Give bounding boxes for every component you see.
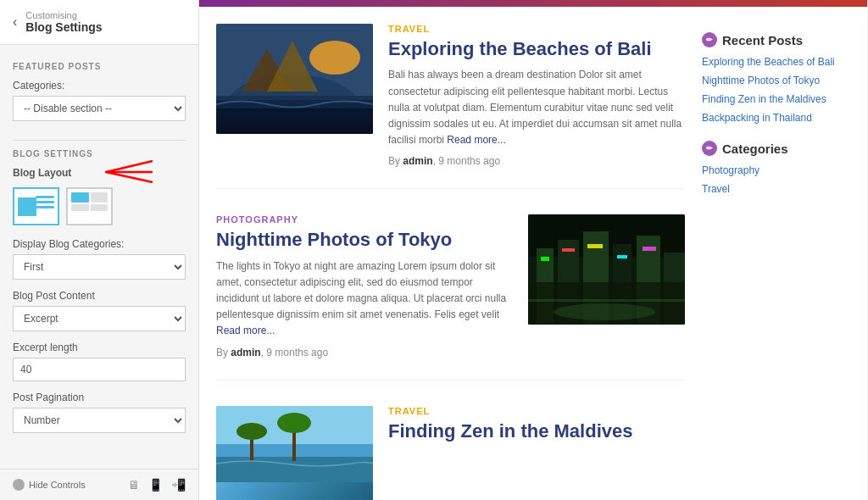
svg-point-6 [309, 41, 360, 75]
post-image-tokyo [528, 214, 685, 325]
layout-option-list[interactable] [13, 187, 59, 225]
back-button[interactable]: ‹ [13, 14, 17, 30]
bali-image-svg [216, 24, 373, 134]
category-link-photography[interactable]: Photography [702, 164, 850, 176]
svg-rect-18 [562, 248, 575, 252]
svg-rect-24 [528, 299, 685, 302]
hide-controls-label: Hide Controls [29, 480, 86, 490]
post-info-bali: TRAVEL Exploring the Beaches of Bali Bal… [388, 24, 685, 167]
arrow-indicator [89, 157, 157, 187]
post-info-maldives: TRAVEL Finding Zen in the Maldives [388, 406, 632, 500]
tablet-icon[interactable]: 📱 [148, 478, 163, 492]
footer-icons: 🖥 📱 📲 [128, 478, 186, 492]
post-author-tokyo: admin [231, 347, 260, 358]
excerpt-length-input[interactable] [13, 358, 186, 381]
desktop-icon[interactable]: 🖥 [128, 478, 140, 492]
posts-area: TRAVEL Exploring the Beaches of Bali Bal… [216, 24, 685, 500]
layout-col-4 [91, 204, 108, 211]
display-categories-select[interactable]: First [13, 254, 186, 280]
tokyo-image-svg [528, 214, 685, 325]
post-time-tokyo: 9 months ago [266, 347, 328, 358]
layout-col-3 [71, 204, 89, 211]
post-pagination-select[interactable]: Number [13, 408, 186, 433]
recent-post-link-thailand[interactable]: Backpacking in Thailand [702, 112, 850, 124]
sidebar-footer: Hide Controls 🖥 📱 📲 [0, 469, 198, 500]
right-sidebar: ✏ Recent Posts Exploring the Beaches of … [702, 24, 850, 500]
svg-rect-19 [587, 244, 603, 248]
post-card-bali: TRAVEL Exploring the Beaches of Bali Bal… [216, 24, 685, 189]
layout-col-2 [91, 192, 108, 203]
post-title-bali: Exploring the Beaches of Bali [388, 38, 685, 60]
svg-rect-21 [643, 247, 656, 251]
mobile-icon[interactable]: 📲 [171, 478, 186, 492]
post-excerpt-bali: Bali has always been a dream destination… [388, 67, 685, 148]
sidebar: ‹ Customising Blog Settings FEATURED POS… [0, 0, 199, 500]
post-tag-tokyo: PHOTOGRAPHY [216, 214, 513, 225]
svg-point-29 [236, 423, 267, 440]
post-tag-maldives: TRAVEL [388, 406, 632, 416]
layout-lines-text [36, 196, 54, 208]
post-image-maldives [216, 406, 373, 500]
categories-icon: ✏ [702, 141, 717, 156]
categories-select[interactable]: -- Disable section -- [13, 96, 186, 121]
recent-posts-title-text: Recent Posts [722, 33, 803, 47]
main-content: TRAVEL Exploring the Beaches of Bali Bal… [199, 0, 868, 500]
svg-point-31 [277, 413, 311, 433]
post-title-tokyo: Nighttime Photos of Tokyo [216, 229, 513, 251]
layout-option-grid[interactable] [66, 187, 113, 225]
section-divider [13, 140, 186, 141]
layout-line-1 [36, 196, 54, 198]
sidebar-header: ‹ Customising Blog Settings [0, 0, 198, 45]
layout-two-col [71, 192, 108, 220]
category-link-travel[interactable]: Travel [702, 183, 850, 195]
circle-icon [13, 479, 25, 491]
layout-line-3 [36, 206, 54, 208]
display-categories-label: Display Blog Categories: [13, 238, 186, 250]
post-title-maldives: Finding Zen in the Maldives [388, 420, 632, 442]
recent-posts-title: ✏ Recent Posts [702, 32, 850, 47]
layout-col-1 [71, 192, 89, 203]
blog-post-content-label: Blog Post Content [13, 290, 186, 302]
main-inner: TRAVEL Exploring the Beaches of Bali Bal… [199, 7, 867, 500]
blog-layout-row: Blog Layout [13, 167, 186, 179]
sidebar-content: FEATURED POSTS Categories: -- Disable se… [0, 45, 198, 469]
post-image-bali [216, 24, 373, 134]
hide-controls-button[interactable]: Hide Controls [13, 479, 86, 491]
recent-post-link-maldives[interactable]: Finding Zen in the Maldives [702, 93, 850, 105]
recent-post-link-bali[interactable]: Exploring the Beaches of Bali [702, 56, 850, 68]
categories-widget-title: ✏ Categories [702, 141, 850, 156]
svg-rect-7 [216, 100, 373, 113]
maldives-image-svg [216, 406, 373, 482]
post-meta-bali: By admin, 9 months ago [388, 155, 685, 167]
post-time-bali: 9 months ago [438, 155, 500, 167]
svg-rect-17 [541, 257, 549, 261]
categories-widget: ✏ Categories Photography Travel [702, 141, 850, 195]
svg-rect-5 [216, 96, 373, 134]
blog-post-content-select[interactable]: Excerpt [13, 306, 186, 331]
layout-options [13, 187, 186, 225]
blog-layout-label: Blog Layout [13, 167, 71, 179]
post-author-bali: admin [403, 155, 432, 167]
excerpt-length-label: Excerpt length [13, 342, 186, 353]
svg-rect-8 [216, 108, 373, 134]
recent-posts-icon: ✏ [702, 32, 717, 47]
recent-post-link-tokyo[interactable]: Nighttime Photos of Tokyo [702, 75, 850, 86]
layout-line-2 [36, 201, 54, 203]
categories-label: Categories: [13, 80, 186, 92]
customising-label: Customising [25, 10, 102, 20]
post-pagination-label: Post Pagination [13, 392, 186, 403]
svg-rect-20 [617, 255, 627, 258]
post-info-tokyo: PHOTOGRAPHY Nighttime Photos of Tokyo Th… [216, 214, 513, 358]
post-tag-bali: TRAVEL [388, 24, 685, 34]
read-more-bali[interactable]: Read more... [447, 134, 505, 146]
read-more-tokyo[interactable]: Read more... [216, 325, 275, 336]
top-bar [199, 0, 867, 7]
categories-title-text: Categories [722, 142, 788, 156]
post-card-tokyo: PHOTOGRAPHY Nighttime Photos of Tokyo Th… [216, 214, 685, 380]
post-card-maldives: TRAVEL Finding Zen in the Maldives [216, 406, 685, 500]
post-meta-tokyo: By admin, 9 months ago [216, 347, 513, 358]
sidebar-title: Blog Settings [25, 20, 102, 34]
post-excerpt-tokyo: The lights in Tokyo at night are amazing… [216, 258, 513, 340]
layout-block-thumb [18, 197, 36, 216]
recent-posts-widget: ✏ Recent Posts Exploring the Beaches of … [702, 32, 850, 124]
